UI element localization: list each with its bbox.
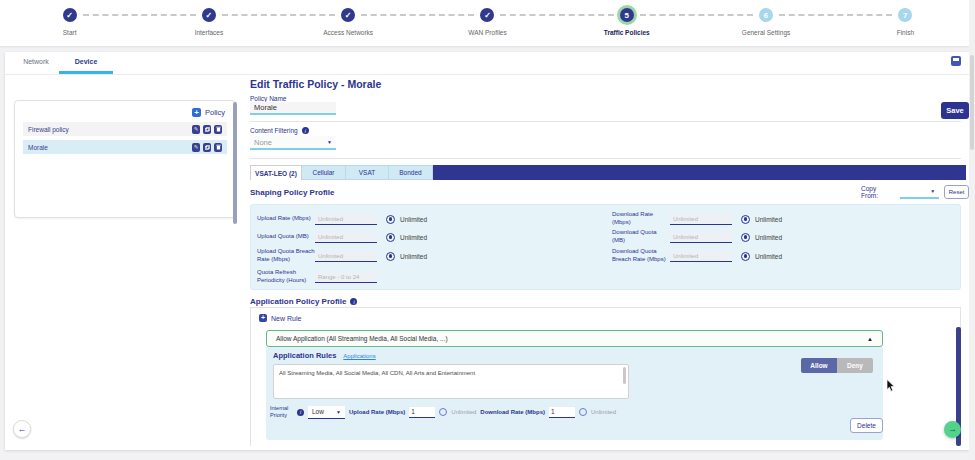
tab-vsat-leo[interactable]: VSAT-LEO (2) [250,165,302,180]
upload-quota-row: Upload Quota (MB) Unlimited [257,229,427,245]
application-rules-card: + New Rule Allow Application (All Stream… [250,307,961,446]
step-label: Interfaces [195,29,224,36]
collapse-icon[interactable]: ▲ [867,336,873,342]
step-label: Start [63,29,77,36]
rules-box-scrollbar[interactable] [623,367,626,384]
application-profile-title: Application Policy Profile [250,297,346,306]
upload-rate-input[interactable] [315,214,377,225]
main-panel: Network Device + Policy Firewall policy … [5,52,969,450]
unlimited-radio[interactable] [741,233,750,242]
download-unlimited-radio[interactable] [579,408,587,416]
step-number: 7 [898,8,912,22]
upload-unlimited-radio[interactable] [439,408,447,416]
rule-accordion-header[interactable]: Allow Application (All Streaming Media, … [266,330,883,347]
internal-priority-select[interactable]: Low ▼ [308,406,345,419]
page-title: Edit Traffic Policy - Morale [250,78,381,90]
rule-settings-row: Internal Priority i Low ▼ Upload Rate (M… [270,404,616,420]
rule-body: Application Rules Applications All Strea… [266,347,883,440]
reset-button[interactable]: Reset [944,185,969,199]
copy-icon[interactable] [203,125,211,134]
edit-icon[interactable]: ✎ [192,125,200,134]
field-label: Quota Refresh Periodicity (Hours) [257,269,315,285]
delete-rule-button[interactable]: Delete [850,418,883,433]
selected-value: None [254,138,272,147]
policy-row-morale[interactable]: Morale ✎ [23,140,227,154]
selected-applications-box[interactable]: All Streaming Media, All Social Media, A… [273,364,629,399]
download-quota-input[interactable] [670,232,732,243]
deny-button[interactable]: Deny [837,358,873,373]
plus-icon: + [192,108,201,117]
radio-label: Unlimited [755,234,782,241]
policy-list-scrollbar[interactable] [233,102,237,224]
policy-list-card: + Policy Firewall policy ✎ Morale ✎ [14,100,236,218]
delete-icon[interactable] [214,143,222,152]
step-label: Traffic Policies [604,29,650,36]
step-finish[interactable]: 7 Finish [836,8,975,46]
save-button[interactable]: Save [941,102,969,119]
copy-from-select[interactable]: ▼ [900,186,940,199]
step-label: General Settings [742,29,790,36]
edit-icon[interactable]: ✎ [192,143,200,152]
step-number: 6 [759,8,773,22]
copy-icon[interactable] [203,143,211,152]
expand-panel-icon[interactable] [951,56,961,66]
page-scrollbar[interactable] [969,0,975,460]
quota-refresh-input[interactable] [315,272,377,283]
tab-vsat[interactable]: VSAT [346,165,389,180]
policy-name-label: Policy Name [250,95,286,102]
application-rules-heading-row: Application Rules Applications [273,351,376,360]
download-rate-input[interactable] [670,214,732,225]
download-breach-input[interactable] [670,251,732,262]
divider [250,158,961,159]
field-label: Upload Quota (MB) [257,233,315,241]
tab-device[interactable]: Device [59,52,113,74]
content-filtering-row: Content Filtering i [250,127,309,134]
policy-name: Firewall policy [28,126,69,133]
rule-download-rate-input[interactable] [549,407,575,418]
upload-rate-row: Upload Rate (Mbps) Unlimited [257,211,427,227]
chevron-down-icon: ▼ [327,139,332,145]
upload-breach-input[interactable] [315,251,377,262]
transport-tabs: VSAT-LEO (2) Cellular VSAT Bonded [250,165,966,180]
add-policy-button[interactable]: + Policy [192,108,225,117]
step-label: Access Networks [323,29,373,36]
next-button[interactable]: → [944,421,961,438]
info-icon[interactable]: i [350,298,357,305]
add-policy-label: Policy [205,108,225,117]
field-label: Download Quota Breach Rate (Mbps) [612,248,670,264]
unlimited-radio[interactable] [386,233,395,242]
radio-label: Unlimited [451,409,476,415]
new-rule-label: New Rule [271,315,301,322]
wizard-stepper: ✓ Start ✓ Interfaces ✓ Access Networks ✓… [0,0,975,46]
step-label: WAN Profiles [468,29,506,36]
step-label: Finish [897,29,914,36]
unlimited-radio[interactable] [386,215,395,224]
download-rate-label: Download Rate (Mbps) [480,409,545,415]
rule-upload-rate-input[interactable] [409,407,435,418]
new-rule-button[interactable]: + New Rule [259,314,301,322]
unlimited-radio[interactable] [386,252,395,261]
radio-label: Unlimited [755,216,782,223]
unlimited-radio[interactable] [741,252,750,261]
radio-label: Unlimited [400,253,427,260]
unlimited-radio[interactable] [741,215,750,224]
policy-name-input[interactable] [250,102,336,115]
policy-row-firewall[interactable]: Firewall policy ✎ [23,122,227,136]
tab-cellular[interactable]: Cellular [302,165,346,180]
tab-network[interactable]: Network [13,52,59,74]
info-icon[interactable]: i [297,409,304,416]
allow-deny-toggle: Allow Deny [801,358,873,373]
row-actions: ✎ [192,143,222,152]
applications-link[interactable]: Applications [343,353,375,359]
content-filtering-select[interactable]: None ▼ [250,136,336,150]
back-button[interactable]: ← [13,420,31,438]
radio-label: Unlimited [400,216,427,223]
upload-quota-input[interactable] [315,232,377,243]
info-icon[interactable]: i [302,127,309,134]
copy-from-row: Copy From: ▼ Reset [861,185,969,199]
delete-icon[interactable] [214,125,222,134]
field-label: Upload Rate (Mbps) [257,215,315,223]
page-scrollbar-thumb[interactable] [970,55,974,150]
allow-button[interactable]: Allow [801,358,837,373]
tab-bonded[interactable]: Bonded [389,165,433,180]
